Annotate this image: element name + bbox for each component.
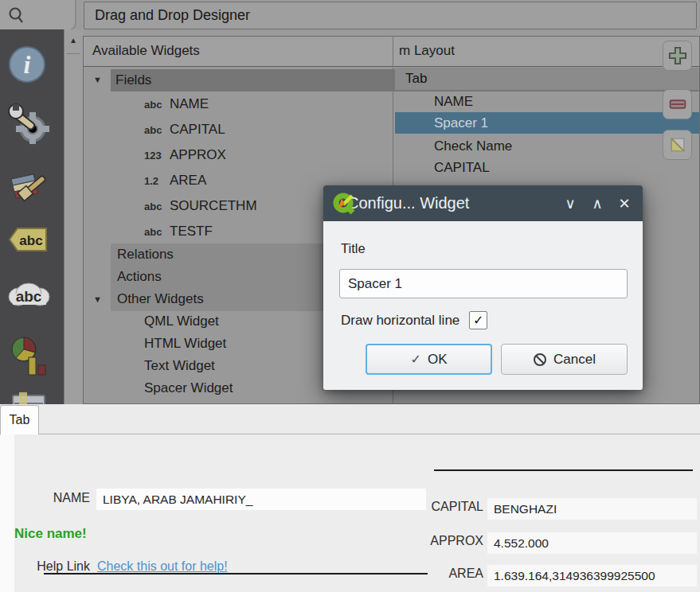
svg-text:abc: abc [19,233,42,248]
layout-item-name[interactable]: NAME [434,91,473,112]
approx-label: APPROX [430,534,483,548]
checkmark-icon: ✓ [473,313,483,328]
form-layout-header: m Layout [399,43,455,59]
tree-group-fields[interactable]: Fields [115,69,151,92]
capital-input[interactable]: BENGHAZI [487,498,697,520]
dialog-maximize-button[interactable]: ∧ [584,195,611,212]
horizontal-spacer-line [44,573,428,574]
dialog-close-button[interactable]: ✕ [611,195,638,212]
sidebar-item-diagrams[interactable] [6,333,54,378]
layout-item-spacer1-selected[interactable]: Spacer 1 [434,112,488,134]
field-type-icon: abc [144,226,170,238]
field-type-icon: abc [144,99,170,111]
preview-tab-bar: Tab [0,404,700,434]
sidebar-scrollbar[interactable]: ▲ [64,29,83,404]
cancel-button[interactable]: Cancel [501,344,628,375]
paintbrush-icon [6,163,51,208]
qgis-attributes-form-window: Drag and Drop Designer i [0,0,700,592]
area-input[interactable]: 1.639.164,314936399925500 [487,565,697,586]
sidebar-item-labels[interactable]: abc [6,222,54,267]
horizontal-spacer-line [434,469,693,471]
checkbox-label: Draw horizontal line [341,313,459,329]
tree-group-actions[interactable]: Actions [117,266,162,288]
add-tab-button[interactable] [663,41,692,71]
draw-horizontal-line-row: Draw horizontal line ✓ [341,311,487,329]
preview-pane: NAME LIBYA, ARAB JAMAHIRIY_ Nice name! H… [14,434,700,592]
top-bar: Drag and Drop Designer [0,0,700,33]
plus-icon [667,45,689,67]
dialog-title: Configu... Widget [347,194,469,212]
ok-button[interactable]: ✓ OK [366,344,492,375]
qgis-logo-icon [332,192,356,216]
sidebar-item-symbology[interactable] [6,163,54,208]
layout-item-capital[interactable]: CAPITAL [434,157,490,178]
designer-mode-select[interactable]: Drag and Drop Designer [84,2,697,29]
designer-mode-label: Drag and Drop Designer [95,7,250,24]
svg-text:i: i [24,50,31,79]
layout-item-check-name[interactable]: Check Name [434,135,512,157]
area-label: AREA [430,567,483,581]
help-link[interactable]: Check this out for help! [97,559,228,574]
field-type-icon: 123 [144,150,170,162]
wrench-gear-icon [6,103,51,147]
rename-item-button[interactable] [663,130,692,160]
dialog-minimize-button[interactable]: ∨ [557,195,584,212]
tree-item-widget[interactable]: QML Widget [144,310,219,333]
caret-down-icon[interactable]: ▼ [93,294,102,304]
field-type-icon: 1.2 [144,175,170,187]
field-type-icon: abc [144,201,170,212]
title-field-label: Title [341,241,366,256]
form-preview: Tab NAME LIBYA, ARAB JAMAHIRIY_ Nice nam… [0,404,700,592]
tree-item-widget[interactable]: Spacer Widget [144,377,233,399]
tree-group-relations[interactable]: Relations [117,243,174,266]
preview-tab[interactable]: Tab [0,405,39,434]
mask-abc-icon: abc [6,278,53,314]
remove-icon [667,93,689,115]
name-input[interactable]: LIBYA, ARAB JAMAHIRIY_ [96,489,426,510]
sidebar-item-masks[interactable]: abc [6,278,54,322]
information-icon: i [6,44,49,87]
field-type-icon: abc [144,124,170,136]
tree-item-field[interactable]: 123 APPROX [144,142,226,168]
name-label: NAME [24,491,90,505]
ok-check-icon: ✓ [411,352,421,367]
rename-icon [667,134,689,156]
tree-item-widget[interactable]: HTML Widget [144,333,226,355]
svg-text:abc: abc [16,288,42,305]
draw-horizontal-line-checkbox[interactable]: ✓ [469,311,487,329]
title-field-input[interactable]: Spacer 1 [339,269,628,298]
nice-name-message: Nice name! [14,526,87,542]
search-input[interactable] [0,0,76,32]
layout-root-tab[interactable]: Tab [405,68,427,90]
remove-item-button[interactable] [663,89,692,119]
tree-item-field[interactable]: abc TESTF [144,219,213,244]
tree-item-field[interactable]: abc SOURCETHM [144,193,257,219]
approx-input[interactable]: 4.552.000 [487,532,697,554]
search-icon [7,6,26,25]
help-link-label: Help Link [24,559,90,574]
tree-item-field[interactable]: abc CAPITAL [144,117,225,142]
caret-down-icon[interactable]: ▼ [93,75,102,84]
label-tag-icon: abc [6,222,51,257]
tree-group-other-widgets[interactable]: Other Widgets [117,288,204,310]
pie-chart-icon [6,333,51,380]
tree-item-field[interactable]: 1.2 AREA [144,168,206,193]
panel-headers: Available Widgets m Layout [84,37,699,67]
cancel-icon [533,352,547,367]
capital-label: CAPITAL [430,500,483,514]
properties-sidebar: i [0,29,64,404]
available-widgets-header: Available Widgets [92,43,200,59]
sidebar-item-information[interactable]: i [6,44,54,88]
tree-item-widget[interactable]: Text Widget [144,355,215,377]
tree-item-field[interactable]: abc NAME [144,92,209,117]
configure-widget-dialog: Configu... Widget ∨ ∧ ✕ Title Spacer 1 D… [323,185,643,390]
sidebar-item-source[interactable] [6,103,54,147]
scroll-up-icon[interactable]: ▲ [67,36,80,45]
dialog-title-bar[interactable]: Configu... Widget ∨ ∧ ✕ [323,185,643,221]
